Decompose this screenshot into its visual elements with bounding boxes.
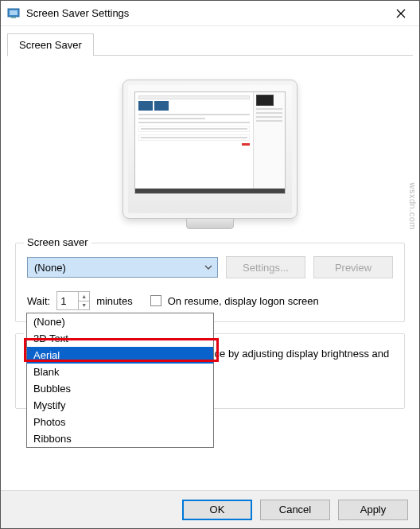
screensaver-group: Screen saver (None) Settings... Preview … [15, 243, 405, 322]
watermark-text: wsxdn.com [408, 182, 418, 230]
combobox-selected-text: (None) [34, 262, 66, 274]
minutes-label: minutes [96, 295, 133, 307]
apply-button[interactable]: Apply [338, 500, 408, 520]
preview-screen [134, 91, 286, 194]
screensaver-legend: Screen saver [24, 236, 91, 248]
resume-label: On resume, display logon screen [168, 295, 319, 307]
dropdown-option[interactable]: Blank [27, 364, 213, 380]
close-button[interactable] [383, 1, 419, 26]
dialog-button-bar: OK Cancel Apply [1, 490, 419, 528]
screensaver-settings-window: Screen Saver Settings Screen Saver [0, 0, 420, 529]
window-title: Screen Saver Settings [26, 7, 383, 19]
wait-value: 1 [60, 295, 66, 307]
screensaver-combobox[interactable]: (None) [27, 257, 218, 278]
wait-label: Wait: [27, 295, 50, 307]
screensaver-icon [7, 7, 20, 20]
spinner-buttons[interactable]: ▲▼ [78, 292, 89, 309]
chevron-down-icon [204, 262, 212, 274]
screensaver-dropdown-list[interactable]: (None)3D TextAerialBlankBubblesMystifyPh… [26, 313, 214, 448]
dropdown-option[interactable]: Aerial [27, 347, 213, 364]
dropdown-option[interactable]: Photos [27, 414, 213, 430]
preview-button[interactable]: Preview [313, 256, 393, 278]
tab-strip: Screen Saver [1, 26, 419, 56]
ok-button[interactable]: OK [182, 500, 252, 520]
settings-button[interactable]: Settings... [226, 256, 305, 278]
titlebar: Screen Saver Settings [1, 1, 419, 26]
dropdown-option[interactable]: 3D Text [27, 330, 213, 347]
svg-rect-2 [11, 17, 16, 18]
close-icon [396, 9, 406, 18]
dropdown-option[interactable]: Ribbons [27, 430, 213, 447]
dropdown-option[interactable]: Mystify [27, 397, 213, 414]
wait-spinner[interactable]: 1 ▲▼ [56, 291, 90, 310]
svg-rect-1 [10, 10, 18, 15]
dropdown-option[interactable]: Bubbles [27, 380, 213, 397]
preview-monitor [122, 80, 298, 219]
resume-checkbox[interactable] [150, 295, 161, 306]
dropdown-option[interactable]: (None) [27, 313, 213, 330]
preview-monitor-wrap [15, 80, 405, 219]
cancel-button[interactable]: Cancel [260, 500, 330, 520]
tab-screen-saver[interactable]: Screen Saver [7, 33, 94, 56]
